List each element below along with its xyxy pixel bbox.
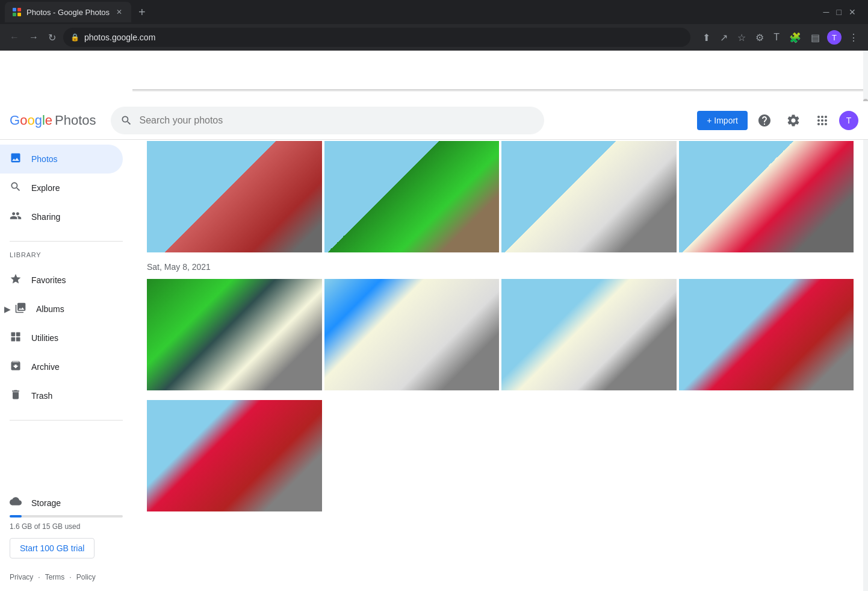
svg-rect-0 [13,8,16,11]
logo-letter-o1: o [20,113,27,128]
bookmark-icon[interactable]: ☆ [735,30,748,46]
sidebar-item-explore[interactable]: Explore [0,174,123,202]
policy-link[interactable]: Policy [76,573,96,581]
svg-rect-2 [13,13,16,16]
sidebar-item-archive[interactable]: Archive [0,352,123,381]
search-input[interactable] [140,115,535,126]
search-bar[interactable] [111,107,544,134]
svg-rect-7 [16,337,20,341]
sharing-icon [10,210,22,225]
sidebar-item-sharing[interactable]: Sharing [0,202,123,231]
logo-letter-o2: o [27,113,34,128]
new-tab-button[interactable]: + [134,3,150,22]
storage-item: Storage [10,495,123,510]
minimize-button[interactable]: ─ [823,7,829,17]
sidebar-item-favorites-label: Favorites [31,275,66,285]
app-header: Google Photos + Import T [0,101,868,140]
apps-button[interactable] [810,108,834,133]
sidebar-item-sharing-label: Sharing [31,212,60,222]
photo-thumbnail [147,400,322,511]
tab-favicon [12,7,22,17]
share-icon[interactable]: ↗ [718,30,730,46]
forward-button[interactable]: → [26,30,41,45]
url-text: photos.google.com [84,33,155,42]
trash-icon [10,389,22,404]
storage-bar-fill [10,515,22,518]
sidebar-item-favorites[interactable]: Favorites [0,266,123,295]
menu-icon[interactable]: ⋮ [846,30,861,46]
sidebar-item-albums[interactable]: ▶ Albums [0,295,123,324]
cast-icon[interactable]: ⬆ [700,30,713,46]
photo-thumbnail [147,279,322,390]
terms-link[interactable]: Terms [45,573,65,581]
photo-item[interactable] [324,279,500,390]
maximize-button[interactable]: □ [837,7,842,17]
browser-chrome: Photos - Google Photos ✕ + ─ □ ✕ ← → ↻ 🔒… [0,0,868,51]
month-section-may-2021: May 2021 Tue, May 11, 2021 Sat, May 8, 2… [147,99,854,511]
explore-icon [10,181,22,196]
url-box[interactable]: 🔒 photos.google.com [63,28,690,47]
photo-grid-may11 [147,141,854,252]
logo-letter-g2: g [35,113,42,128]
photo-item[interactable] [147,141,322,252]
avatar[interactable]: T [839,111,858,130]
back-button[interactable]: ← [7,30,22,45]
active-tab[interactable]: Photos - Google Photos ✕ [5,2,131,22]
sidebar-item-trash[interactable]: Trash [0,381,123,410]
photo-thumbnail [147,141,322,252]
photo-thumbnail [501,279,677,390]
photo-item[interactable] [679,141,854,252]
sidebar-icon[interactable]: ▤ [808,30,822,46]
photo-item[interactable] [147,279,322,390]
photo-thumbnail [324,141,500,252]
photo-thumbnail [324,279,500,390]
profile-icon[interactable]: T [827,30,842,45]
storage-label: Storage [31,498,61,508]
photo-item[interactable] [679,279,854,390]
svg-rect-1 [17,8,21,11]
tab-close-button[interactable]: ✕ [114,7,124,17]
help-button[interactable] [752,108,777,133]
sidebar-item-archive-label: Archive [31,362,60,372]
photo-item[interactable] [147,400,322,511]
tab-bar: Photos - Google Photos ✕ + ─ □ ✕ [0,0,868,24]
import-button[interactable]: + Import [697,111,748,130]
window-controls: ─ □ ✕ [823,7,863,17]
svg-rect-6 [11,337,16,341]
header-actions: + Import T [697,108,858,133]
extension-icon[interactable]: 🧩 [787,30,804,46]
svg-rect-3 [17,13,21,16]
photo-item[interactable] [501,279,677,390]
app-container: Google Photos + Import T [0,51,868,591]
photos-icon [10,152,22,167]
storage-section: Storage 1.6 GB of 15 GB used Start 100 G… [0,486,132,568]
refresh-button[interactable]: ↻ [46,30,58,46]
favorites-icon [10,273,22,288]
photo-item[interactable] [501,141,677,252]
photo-thumbnail [679,279,854,390]
date-label-may8: Sat, May 8, 2021 [147,262,854,272]
translate-icon[interactable]: T [771,30,782,45]
archive-icon [10,360,22,375]
settings-button[interactable] [781,108,805,133]
trial-button[interactable]: Start 100 GB trial [10,538,95,558]
sidebar-item-utilities[interactable]: Utilities [0,324,123,352]
lock-icon: 🔒 [70,33,79,42]
albums-expand-icon: ▶ [0,302,14,316]
main-content: May 2021 Tue, May 11, 2021 Sat, May 8, 2… [132,89,868,591]
storage-bar-container [10,515,123,518]
privacy-link[interactable]: Privacy [10,573,33,581]
close-button[interactable]: ✕ [849,7,856,17]
sidebar-item-photos-label: Photos [31,154,58,164]
search-icon [120,114,132,127]
sidebar-item-utilities-label: Utilities [31,333,58,343]
logo-letter-g: G [10,113,20,128]
photo-item[interactable] [324,141,500,252]
sidebar-item-trash-label: Trash [31,391,52,401]
sidebar-divider [10,241,123,242]
sidebar-item-photos[interactable]: Photos [0,145,123,174]
address-bar: ← → ↻ 🔒 photos.google.com ⬆ ↗ ☆ ⚙ T 🧩 ▤ … [0,24,868,51]
utilities-icon [10,331,22,346]
google-photos-logo[interactable]: Google Photos [10,113,96,128]
settings-icon[interactable]: ⚙ [753,30,766,46]
